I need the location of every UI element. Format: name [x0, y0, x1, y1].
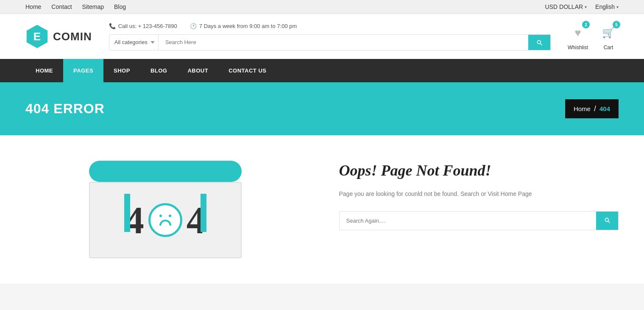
nav-blog[interactable]: BLOG [140, 59, 178, 82]
hours-label: 7 Days a week from 9:00 am to 7:00 pm [199, 23, 297, 29]
error-screen: 4 4 [89, 161, 242, 258]
badge-wishlist: 2 [582, 21, 590, 28]
header: E COMIN 📞 Call us: + 123-456-7890 🕐 7 Da… [0, 14, 644, 59]
search-again-input[interactable] [340, 212, 597, 230]
screen-top-bar [89, 161, 242, 182]
category-select[interactable]: All categories Electronics Fashion Home … [109, 35, 159, 50]
error-heading: Oops! Page Not Found! [339, 161, 619, 181]
logo-hex: E [25, 25, 49, 48]
breadcrumb-separator: / [594, 104, 596, 113]
topbar-sitemap-link[interactable]: Sitemap [82, 3, 104, 10]
hours-info: 🕐 7 Days a week from 9:00 am to 7:00 pm [190, 23, 297, 29]
breadcrumb-home-link[interactable]: Home [574, 105, 591, 112]
topbar-blog-link[interactable]: Blog [114, 3, 126, 10]
main-nav: HOME PAGES SHOP BLOG ABOUT CONTACT US [0, 59, 644, 82]
page-banner: 404 ERROR Home / 404 [0, 82, 644, 135]
header-center: 📞 Call us: + 123-456-7890 🕐 7 Days a wee… [92, 23, 568, 50]
topbar-contact-link[interactable]: Contact [51, 3, 72, 10]
smiley-mouth [159, 220, 171, 226]
wishlist-label: Whishlist [568, 45, 588, 50]
main-content: 4 4 Oops! Page Not Found! Page yo [0, 135, 644, 284]
screen-leg-right [201, 194, 206, 232]
nav-home[interactable]: HOME [25, 59, 63, 82]
clock-icon: 🕐 [190, 23, 197, 29]
logo-name: COMIN [53, 30, 92, 43]
search-input[interactable] [159, 35, 528, 50]
header-right: 2 ♥ Whishlist 5 🛒 Cart [568, 22, 619, 50]
cart-icon: 🛒 [602, 27, 615, 39]
cart-label: Cart [604, 45, 613, 50]
breadcrumb: Home / 404 [565, 99, 619, 118]
error-illustration: 4 4 [25, 161, 305, 258]
currency-label: USD DOLLAR [545, 3, 583, 10]
smiley-eyes [159, 215, 171, 217]
phone-icon: 📞 [109, 23, 116, 29]
cart-icon-circle: 5 🛒 [598, 22, 619, 43]
error-description: Page you are looking for counld not be f… [339, 189, 619, 198]
header-contact: 📞 Call us: + 123-456-7890 🕐 7 Days a wee… [109, 23, 551, 29]
search-again-bar [339, 211, 619, 230]
phone-label: Call us: + 123-456-7890 [118, 23, 177, 29]
nav-shop[interactable]: SHOP [103, 59, 140, 82]
search-bar: All categories Electronics Fashion Home … [109, 34, 551, 50]
cart-button[interactable]: 5 🛒 Cart [598, 22, 619, 50]
nav-pages[interactable]: PAGES [63, 59, 103, 82]
currency-selector[interactable]: USD DOLLAR ▾ [545, 3, 587, 10]
topbar-home-link[interactable]: Home [25, 3, 41, 10]
smiley-face-icon [148, 203, 182, 237]
smiley-eye-right [169, 215, 171, 217]
smiley-eye-left [159, 215, 162, 217]
wishlist-button[interactable]: 2 ♥ Whishlist [568, 22, 588, 50]
search-button[interactable] [528, 35, 550, 50]
breadcrumb-current: 404 [599, 105, 610, 112]
top-bar-selectors: USD DOLLAR ▾ English ▾ [545, 3, 619, 10]
logo-letter: E [33, 30, 41, 43]
logo[interactable]: E COMIN [25, 25, 92, 48]
search-again-button[interactable] [596, 212, 618, 230]
currency-chevron-icon: ▾ [585, 5, 587, 9]
top-bar: Home Contact Sitemap Blog USD DOLLAR ▾ E… [0, 0, 644, 14]
banner-title: 404 ERROR [25, 101, 105, 117]
wishlist-icon-circle: 2 ♥ [568, 22, 588, 43]
badge-cart: 5 [613, 21, 620, 28]
error-content: Oops! Page Not Found! Page you are looki… [339, 161, 619, 258]
top-bar-nav: Home Contact Sitemap Blog [25, 3, 126, 10]
nav-about[interactable]: ABOUT [177, 59, 218, 82]
nav-contact-us[interactable]: CONTACT US [218, 59, 276, 82]
language-chevron-icon: ▾ [616, 5, 619, 9]
language-selector[interactable]: English ▾ [595, 3, 619, 10]
screen-leg-left [124, 194, 130, 232]
heart-icon: ♥ [574, 26, 581, 39]
language-label: English [595, 3, 615, 10]
phone-info: 📞 Call us: + 123-456-7890 [109, 23, 177, 29]
